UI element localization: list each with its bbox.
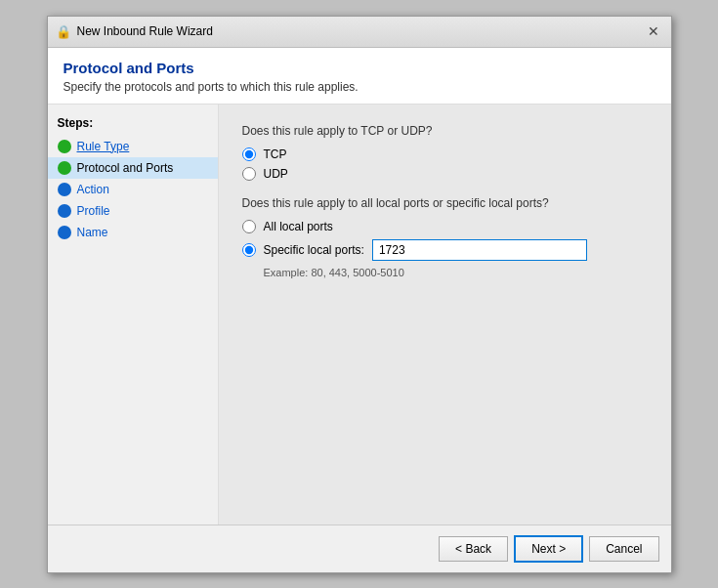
tcp-label: TCP	[264, 147, 287, 161]
cancel-button[interactable]: Cancel	[589, 536, 658, 562]
udp-option[interactable]: UDP	[242, 167, 648, 181]
sidebar-item-profile[interactable]: Profile	[48, 200, 218, 222]
specific-ports-row: Specific local ports:	[242, 239, 648, 261]
content-area: Does this rule apply to TCP or UDP? TCP …	[219, 105, 671, 525]
sidebar-label-rule-type: Rule Type	[77, 140, 130, 153]
dot-icon-name	[58, 226, 71, 239]
sidebar-label-profile: Profile	[77, 204, 110, 218]
specific-ports-radio[interactable]	[242, 243, 256, 257]
sidebar-label-protocol-ports: Protocol and Ports	[77, 161, 174, 175]
ports-input-field[interactable]	[372, 239, 587, 261]
back-button[interactable]: < Back	[439, 536, 508, 562]
specific-ports-option[interactable]: Specific local ports:	[242, 243, 364, 257]
ports-example: Example: 80, 443, 5000-5010	[264, 267, 648, 278]
page-title: Protocol and Ports	[63, 60, 655, 76]
window-header: Protocol and Ports Specify the protocols…	[48, 48, 671, 105]
title-bar-left: 🔒 New Inbound Rule Wizard	[56, 23, 213, 39]
sidebar-item-protocol-ports[interactable]: Protocol and Ports	[48, 157, 218, 179]
tcp-udp-group: TCP UDP	[242, 147, 648, 181]
sidebar-item-action[interactable]: Action	[48, 179, 218, 200]
page-subtitle: Specify the protocols and ports to which…	[63, 80, 655, 94]
dot-icon-profile	[58, 204, 71, 218]
window-icon: 🔒	[56, 23, 71, 39]
sidebar-item-name[interactable]: Name	[48, 222, 218, 243]
sidebar-item-rule-type[interactable]: Rule Type	[48, 136, 218, 157]
title-bar: 🔒 New Inbound Rule Wizard ✕	[48, 17, 671, 48]
specific-ports-label: Specific local ports:	[264, 243, 364, 257]
window-title: New Inbound Rule Wizard	[77, 24, 213, 38]
sidebar: Steps: Rule Type Protocol and Ports Acti…	[48, 105, 219, 525]
all-ports-radio[interactable]	[242, 220, 256, 233]
tcp-option[interactable]: TCP	[242, 147, 648, 161]
steps-label: Steps:	[48, 116, 218, 136]
close-button[interactable]: ✕	[644, 21, 663, 41]
dot-icon-protocol-ports	[58, 161, 71, 175]
wizard-window: 🔒 New Inbound Rule Wizard ✕ Protocol and…	[47, 16, 672, 573]
tcp-udp-question: Does this rule apply to TCP or UDP?	[242, 124, 648, 138]
ports-question: Does this rule apply to all local ports …	[242, 196, 648, 210]
udp-label: UDP	[264, 167, 288, 181]
sidebar-label-action: Action	[77, 183, 109, 196]
tcp-radio[interactable]	[242, 147, 256, 161]
sidebar-label-name: Name	[77, 226, 108, 239]
udp-radio[interactable]	[242, 167, 256, 181]
all-ports-option[interactable]: All local ports	[242, 220, 648, 233]
ports-group: All local ports Specific local ports: Ex…	[242, 220, 648, 278]
dot-icon-rule-type	[58, 140, 71, 153]
window-footer: < Back Next > Cancel	[48, 525, 671, 572]
all-ports-label: All local ports	[264, 220, 333, 233]
window-body: Steps: Rule Type Protocol and Ports Acti…	[48, 105, 671, 525]
dot-icon-action	[58, 183, 71, 196]
next-button[interactable]: Next >	[514, 535, 583, 563]
